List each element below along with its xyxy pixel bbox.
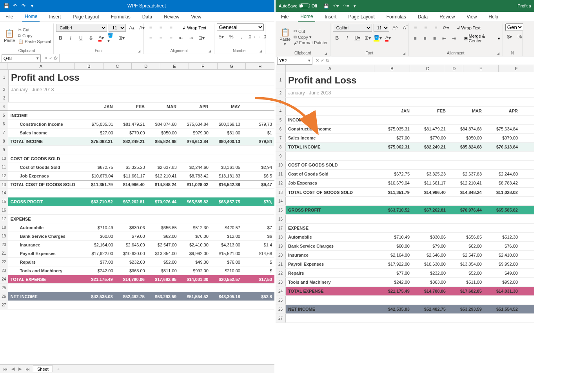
cell[interactable]: $14,68 bbox=[243, 249, 274, 257]
cell[interactable]: $80,369.13 bbox=[211, 120, 243, 128]
fill-color-button[interactable]: 🪣▾ bbox=[107, 34, 116, 42]
row-header[interactable]: 14 bbox=[0, 189, 8, 197]
align-right-icon[interactable]: ≡ bbox=[430, 34, 439, 43]
cell[interactable]: $2,637.83 bbox=[147, 163, 179, 171]
cell[interactable]: $512.30 bbox=[179, 223, 211, 232]
cell[interactable]: $79,73 bbox=[243, 120, 274, 128]
cell[interactable]: $6 bbox=[243, 232, 274, 240]
cell[interactable]: $710.49 bbox=[376, 233, 412, 241]
select-all-corner[interactable] bbox=[0, 63, 7, 69]
cell[interactable]: Sales Income bbox=[8, 129, 84, 137]
cell[interactable] bbox=[412, 116, 448, 124]
cell[interactable]: TOTAL EXPENSE bbox=[286, 287, 376, 295]
cell[interactable]: Automobile bbox=[8, 223, 84, 232]
increase-indent-icon[interactable]: ⇥ bbox=[187, 34, 196, 42]
cell[interactable] bbox=[376, 152, 412, 160]
row-header[interactable]: 12 bbox=[0, 172, 8, 180]
font-name-select[interactable]: Calibri bbox=[56, 24, 107, 32]
align-top-icon[interactable]: ≡ bbox=[411, 24, 420, 32]
cell[interactable] bbox=[8, 301, 83, 309]
cell[interactable]: Tools and Machinery bbox=[286, 278, 376, 286]
tab-nav-first-icon[interactable]: ⏮ bbox=[2, 367, 8, 371]
cell[interactable]: $17,922.00 bbox=[83, 249, 115, 257]
cell[interactable]: $9,47 bbox=[243, 181, 274, 188]
format-painter-button[interactable]: 🖌 Format Painter bbox=[294, 40, 328, 45]
cell[interactable]: $830.06 bbox=[116, 223, 147, 232]
formula-input[interactable] bbox=[331, 56, 534, 65]
row-header[interactable]: 21 bbox=[276, 260, 286, 268]
cell[interactable] bbox=[243, 111, 274, 120]
cell[interactable]: $9,992.00 bbox=[484, 260, 520, 268]
cell[interactable]: $2,164.00 bbox=[376, 251, 412, 259]
cell[interactable]: $656.85 bbox=[448, 233, 484, 241]
row-header[interactable]: 9 bbox=[276, 152, 286, 160]
cell[interactable] bbox=[83, 301, 115, 309]
align-center-icon[interactable]: ≡ bbox=[156, 34, 165, 42]
cell[interactable]: Construction Income bbox=[286, 125, 376, 133]
cell[interactable] bbox=[179, 215, 211, 223]
col-header[interactable]: B bbox=[75, 63, 103, 69]
decrease-decimal-icon[interactable]: ←.0 bbox=[258, 33, 266, 41]
cell[interactable] bbox=[83, 284, 115, 292]
cell[interactable]: $11,661.17 bbox=[412, 179, 448, 187]
row-header[interactable]: 15 bbox=[276, 206, 286, 214]
cell[interactable] bbox=[412, 197, 448, 205]
cell[interactable]: $65,585.82 bbox=[179, 197, 211, 206]
col-header[interactable]: C bbox=[410, 65, 446, 72]
cell[interactable]: $710.49 bbox=[83, 223, 115, 232]
cell[interactable]: $2,244.60 bbox=[484, 170, 520, 178]
cell[interactable]: $63,857.75 bbox=[211, 197, 242, 206]
cell[interactable]: Bank Service Charges bbox=[286, 242, 376, 250]
row-header[interactable]: 1 bbox=[276, 72, 286, 88]
cell[interactable] bbox=[83, 146, 115, 154]
cell[interactable]: $11,661.17 bbox=[116, 172, 147, 180]
cell[interactable]: $14,780.06 bbox=[412, 287, 448, 295]
cell[interactable]: $14,986.40 bbox=[115, 181, 147, 188]
cell[interactable] bbox=[376, 197, 412, 205]
cell[interactable]: $363.00 bbox=[116, 266, 147, 275]
tab-help[interactable]: Help bbox=[486, 13, 501, 21]
cell[interactable]: $992.00 bbox=[179, 266, 211, 275]
cell[interactable]: Sales Income bbox=[286, 134, 376, 142]
row-header[interactable]: 8 bbox=[276, 143, 286, 151]
tab-home[interactable]: Home bbox=[22, 12, 40, 22]
col-header[interactable]: A bbox=[7, 63, 75, 69]
add-sheet-button[interactable]: ＋ bbox=[55, 366, 61, 372]
cell[interactable]: $42,535.03 bbox=[376, 305, 412, 313]
cell[interactable]: $63,710.52 bbox=[83, 197, 115, 206]
row-header[interactable]: 21 bbox=[0, 249, 8, 257]
tab-file[interactable]: File bbox=[3, 13, 15, 21]
cell[interactable] bbox=[376, 161, 412, 169]
cell[interactable] bbox=[8, 284, 83, 292]
cut-button[interactable]: ✂ Cut bbox=[294, 29, 328, 34]
cell[interactable]: $17,682.85 bbox=[448, 287, 484, 295]
row-header[interactable]: 23 bbox=[276, 278, 286, 286]
cell[interactable] bbox=[484, 224, 520, 232]
cell[interactable]: $17,682.85 bbox=[147, 275, 179, 283]
cell[interactable]: $27.00 bbox=[83, 129, 115, 137]
name-box[interactable]: Y52▾ bbox=[277, 57, 312, 65]
cell[interactable]: $ bbox=[243, 258, 274, 266]
row-header[interactable]: 7 bbox=[0, 129, 8, 137]
cell[interactable]: $17,922.00 bbox=[376, 260, 412, 268]
cell[interactable]: $12,210.41 bbox=[448, 179, 484, 187]
cell[interactable] bbox=[484, 152, 520, 160]
cell[interactable]: $12.00 bbox=[211, 232, 243, 240]
tab-insert[interactable]: Insert bbox=[47, 13, 63, 21]
decrease-indent-icon[interactable]: ⇤ bbox=[440, 34, 448, 43]
cell[interactable]: $76,613.84 bbox=[179, 137, 211, 145]
underline-button[interactable]: U bbox=[76, 34, 85, 42]
row-header[interactable]: 8 bbox=[0, 137, 8, 145]
cell[interactable]: Payroll Expenses bbox=[286, 260, 376, 268]
col-header[interactable]: C bbox=[103, 63, 132, 69]
strike-button[interactable]: S̶ bbox=[87, 34, 95, 42]
cell[interactable]: $ bbox=[243, 266, 274, 275]
orientation-icon[interactable]: ⟳▾ bbox=[442, 24, 450, 32]
cell[interactable]: MAY bbox=[211, 103, 242, 110]
cell[interactable]: $76.00 bbox=[484, 242, 520, 250]
cell[interactable] bbox=[243, 284, 274, 292]
save-icon[interactable]: 💾 bbox=[3, 3, 9, 9]
cell[interactable]: $81,479.21 bbox=[412, 125, 448, 133]
dialog-launcher-icon[interactable]: ◢ bbox=[325, 52, 327, 55]
fill-color-button[interactable]: 🪣▾ bbox=[374, 34, 382, 42]
